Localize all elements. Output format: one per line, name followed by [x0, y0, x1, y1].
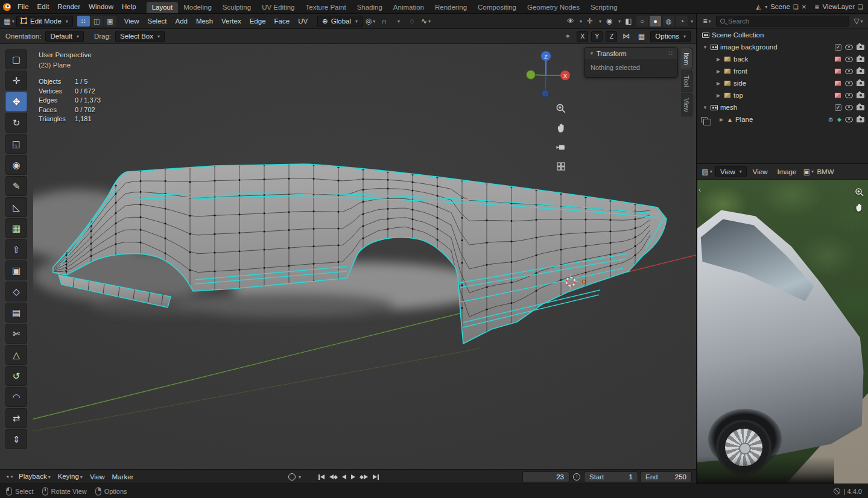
- next-keyframe-button[interactable]: [358, 471, 370, 482]
- tool-move[interactable]: ✥: [5, 92, 27, 112]
- jump-to-end-button[interactable]: [370, 471, 381, 482]
- menu-vertex[interactable]: Vertex: [218, 14, 245, 28]
- tool-annotate[interactable]: ✎: [5, 176, 27, 196]
- edge-select-mode-button[interactable]: ◫: [90, 16, 103, 27]
- tool-scale[interactable]: ◱: [5, 134, 27, 154]
- camera-icon[interactable]: [857, 93, 864, 98]
- eye-icon[interactable]: [845, 57, 853, 62]
- menu-image-view[interactable]: View: [749, 165, 771, 179]
- navigation-gizmo[interactable]: Z X: [518, 48, 574, 99]
- tool-extrude[interactable]: ⇧: [5, 239, 27, 259]
- snap-magnet-icon[interactable]: ∩: [378, 16, 390, 27]
- menu-render[interactable]: Render: [53, 0, 84, 13]
- gizmos-icon[interactable]: ✛: [584, 16, 596, 27]
- menu-select[interactable]: Select: [144, 14, 171, 28]
- tool-select-box[interactable]: ▢: [5, 49, 27, 69]
- frame-start-field[interactable]: Start1: [584, 471, 638, 482]
- chevron-right-icon[interactable]: ▶: [715, 93, 721, 98]
- tab-tool[interactable]: Tool: [681, 71, 692, 92]
- tool-shrink-fatten[interactable]: ⇕: [5, 429, 27, 449]
- image-editor-type-icon[interactable]: ▨▾: [701, 166, 713, 177]
- shading-options-caret-icon[interactable]: ▾: [691, 19, 693, 24]
- mirror-y-button[interactable]: Y: [591, 31, 603, 42]
- play-button[interactable]: [349, 471, 358, 482]
- tool-edge-slide[interactable]: ⇄: [5, 408, 27, 428]
- scene-icon[interactable]: ◭: [756, 4, 761, 10]
- region-expand-arrow-icon[interactable]: ‹: [699, 186, 701, 194]
- overlays-icon[interactable]: ◉: [603, 16, 615, 27]
- tool-cursor[interactable]: ✛: [5, 71, 27, 90]
- collapse-caret-icon[interactable]: ▾: [591, 51, 593, 56]
- blender-logo-icon[interactable]: [0, 2, 13, 11]
- tool-transform[interactable]: ◉: [5, 155, 27, 175]
- workspace-tab-geometry-nodes[interactable]: Geometry Nodes: [522, 2, 585, 13]
- viewlayer-name[interactable]: ViewLayer: [823, 3, 855, 10]
- prev-keyframe-button[interactable]: [327, 471, 340, 482]
- mirror-x-button[interactable]: X: [577, 31, 588, 42]
- menu-timeline-view[interactable]: View: [86, 470, 109, 484]
- scene-name[interactable]: Scene: [770, 3, 790, 10]
- scene-close-icon[interactable]: ✕: [802, 4, 806, 10]
- outliner-row-back[interactable]: ▶ back: [697, 53, 868, 65]
- viewport-3d[interactable]: ▢ ✛ ✥ ↻ ◱ ◉ ✎ ◺ ▦ ⇧ ▣ ◇ ▤ ✄ △ ↺ ◠ ⇄ ⇕ Us…: [0, 44, 696, 469]
- editor-type-icon[interactable]: ▦▾: [3, 16, 15, 27]
- workspace-tab-sculpting[interactable]: Sculpting: [217, 2, 256, 13]
- play-reverse-button[interactable]: [340, 471, 349, 482]
- camera-icon[interactable]: [857, 45, 864, 50]
- tool-loop-cut[interactable]: ▤: [5, 303, 27, 323]
- pan-hand-icon[interactable]: [854, 203, 865, 213]
- shading-wireframe-button[interactable]: ○: [636, 16, 648, 27]
- modifier-display-icon[interactable]: ◆: [837, 116, 841, 122]
- search-input[interactable]: [728, 17, 845, 25]
- timeline-editor-type-icon[interactable]: ◔▾: [3, 471, 15, 482]
- options-dropdown[interactable]: Options▾: [650, 31, 691, 42]
- menu-file[interactable]: File: [13, 0, 33, 13]
- menu-mesh[interactable]: Mesh: [192, 14, 217, 28]
- snap-symmetry-icon[interactable]: ⋈: [620, 31, 632, 42]
- menu-view[interactable]: View: [121, 14, 143, 28]
- menu-uv[interactable]: UV: [294, 14, 311, 28]
- proportional-editing-icon[interactable]: ◌: [406, 16, 418, 27]
- tool-smooth[interactable]: ◠: [5, 387, 27, 407]
- workspace-tab-rendering[interactable]: Rendering: [429, 2, 472, 13]
- workspace-tab-animation[interactable]: Animation: [388, 2, 429, 13]
- camera-icon[interactable]: [857, 105, 864, 110]
- outliner-row-scene-collection[interactable]: Scene Collection: [697, 29, 868, 41]
- workspace-tab-layout[interactable]: Layout: [147, 2, 179, 13]
- menu-image[interactable]: Image: [773, 165, 800, 179]
- xray-toggle-icon[interactable]: ◧: [622, 16, 635, 27]
- menu-playback[interactable]: Playback▾: [15, 469, 54, 485]
- workspace-tab-shading[interactable]: Shading: [352, 2, 388, 13]
- mirror-z-button[interactable]: Z: [606, 31, 617, 42]
- eye-icon[interactable]: [845, 81, 853, 86]
- workspace-tab-uv-editing[interactable]: UV Editing: [256, 2, 300, 13]
- zoom-icon[interactable]: [552, 99, 570, 118]
- shading-solid-button[interactable]: ●: [650, 16, 661, 27]
- vertex-select-mode-button[interactable]: ∷: [77, 16, 90, 27]
- tool-knife[interactable]: ✄: [5, 324, 27, 344]
- eye-icon[interactable]: [845, 93, 853, 98]
- workspace-tab-scripting[interactable]: Scripting: [585, 2, 623, 13]
- camera-icon[interactable]: [857, 81, 864, 86]
- mesh-wireframe-canvas[interactable]: [33, 44, 696, 469]
- filter-funnel-icon[interactable]: ▽▾: [852, 16, 864, 27]
- camera-icon[interactable]: [857, 57, 864, 62]
- camera-view-icon[interactable]: [552, 138, 570, 156]
- proportional-falloff-icon[interactable]: ∿▾: [420, 16, 432, 27]
- tool-inset-faces[interactable]: ▣: [5, 260, 27, 280]
- panel-grip-icon[interactable]: ∷: [668, 49, 673, 57]
- tab-view[interactable]: View: [681, 93, 692, 117]
- tool-measure[interactable]: ◺: [5, 197, 27, 217]
- steps-icon[interactable]: ▦: [635, 31, 647, 42]
- tab-item[interactable]: Item: [681, 48, 692, 69]
- snap-settings-icon[interactable]: ▾: [392, 16, 404, 27]
- exclude-checkbox[interactable]: ✓: [835, 104, 841, 111]
- orientation-dropdown[interactable]: Default▾: [45, 31, 83, 42]
- drag-dropdown[interactable]: Select Box▾: [115, 31, 165, 42]
- tool-spin[interactable]: ↺: [5, 366, 27, 386]
- menu-add[interactable]: Add: [171, 14, 191, 28]
- chevron-down-icon[interactable]: ▼: [702, 45, 708, 50]
- menu-keying[interactable]: Keying▾: [54, 469, 86, 485]
- scene-browse-caret-icon[interactable]: ▾: [765, 4, 767, 10]
- jump-to-start-button[interactable]: [316, 471, 327, 482]
